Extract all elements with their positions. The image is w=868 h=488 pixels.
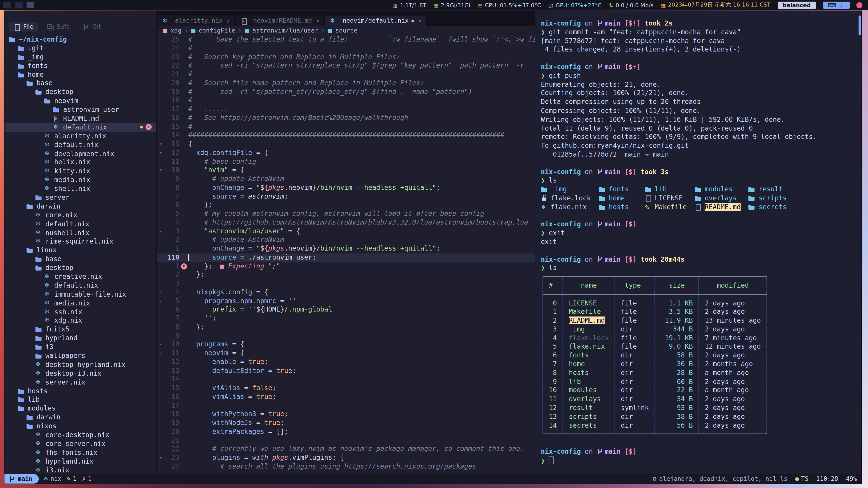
tree-item[interactable]: development.nix <box>4 149 156 158</box>
tree-item[interactable]: linux <box>4 246 156 255</box>
code-line[interactable]: 18# <box>157 96 535 105</box>
workspace-indicator[interactable] <box>15 2 23 8</box>
code-line[interactable]: 3 <box>157 280 535 288</box>
tree-item[interactable]: server.nix <box>4 378 156 387</box>
code-line[interactable]: 23# Search key pattern and Replace in Mu… <box>157 53 535 62</box>
tree-item[interactable]: hosts <box>4 387 156 395</box>
git-branch-segment[interactable]: main <box>4 474 39 484</box>
tree-item[interactable]: desktop-i3.nix <box>4 369 156 378</box>
code-line[interactable]: ▾11 neovim = { <box>157 349 535 358</box>
tree-item[interactable]: default.nix <box>4 140 156 149</box>
code-line[interactable]: 14######################################… <box>157 131 535 140</box>
neotree-tab-git[interactable]: Git <box>78 22 106 32</box>
tree-item[interactable]: fonts <box>4 61 156 70</box>
workspace-indicator[interactable] <box>27 2 34 8</box>
code-line[interactable]: 15 viAlias = false; <box>157 384 535 393</box>
code-line[interactable]: 20 extraPackages = []; <box>157 427 535 436</box>
fold-icon[interactable]: ▾ <box>157 454 164 462</box>
tree-item[interactable]: hyprland <box>4 334 156 343</box>
code-line[interactable]: 8 }; <box>157 323 535 332</box>
status-block-clock[interactable]: 2023年07月29日 星期六 16:16:11 CST <box>661 1 771 9</box>
code-line[interactable]: 21# <box>157 70 535 79</box>
tree-root[interactable]: ~/nix-config <box>4 35 156 43</box>
tree-item[interactable]: default.nix●✗ <box>4 123 156 131</box>
status-block-tray[interactable]: ⌨ ♪ <box>823 1 850 8</box>
tree-item[interactable]: nushell.nix <box>4 228 156 237</box>
code-line[interactable]: 5 # my cusotm astronvim config, astronvi… <box>157 210 535 219</box>
tree-item[interactable]: media.nix <box>4 299 156 307</box>
code-line[interactable]: 2 # update AstroNvim <box>157 236 535 245</box>
code-line[interactable]: 24 # search all the plugins using https:… <box>157 462 535 471</box>
code-line[interactable]: ▾23 plugins = with pkgs.vimPlugins; [ <box>157 454 535 462</box>
tree-item[interactable]: hyprland.nix <box>4 457 156 466</box>
code-line[interactable]: 24# <box>157 44 535 53</box>
code-line[interactable]: ▾5 programs.npm.npmrc = '' <box>157 297 535 306</box>
tree-item[interactable]: .git <box>4 43 156 53</box>
diagnostic-warning[interactable]: ✎ 1 <box>67 475 76 483</box>
status-block-network[interactable]: 0.0 / 0.0 Mb/s <box>609 2 653 8</box>
fold-icon[interactable]: ▾ <box>157 227 164 236</box>
code-line[interactable]: 8 onChange = "${pkgs.neovim}/bin/nvim --… <box>157 184 535 192</box>
tree-item[interactable]: base <box>4 255 156 263</box>
close-icon[interactable]: ✗ <box>227 18 230 24</box>
editor-tab[interactable]: alacritty.nix✗ <box>157 15 236 26</box>
code-line[interactable]: 20# Search file name pattern and Replace… <box>157 79 535 88</box>
status-block-power-profile[interactable]: balanced <box>778 1 816 8</box>
code-line[interactable]: 11 # base config <box>157 158 535 166</box>
status-block-gpu[interactable]: GPU: 07%+27°C <box>548 2 601 8</box>
fold-icon[interactable]: ▾ <box>157 140 164 149</box>
tree-item[interactable]: core.nix <box>4 211 156 220</box>
neotree-tab-file[interactable]: File <box>9 22 38 32</box>
fold-icon[interactable]: ▾ <box>157 166 164 175</box>
tree-item[interactable]: media.nix <box>4 175 156 184</box>
code-line[interactable]: 1 onChange = "${pkgs.neovim}/bin/nvim --… <box>157 245 535 253</box>
tree-item[interactable]: core-server.nix <box>4 439 156 448</box>
status-block-cpu[interactable]: CPU: 01.5%+37.0°C <box>477 2 541 8</box>
tree-item[interactable]: default.nix <box>4 281 156 290</box>
close-icon[interactable]: ✗ <box>316 18 319 24</box>
tree-item[interactable]: default.nix <box>4 220 156 228</box>
tree-item[interactable]: immutable-file.nix <box>4 290 156 299</box>
code-area[interactable]: 25# Save the selected text to a file: `:… <box>157 35 535 474</box>
fold-icon[interactable]: ▾ <box>157 288 164 297</box>
tree-item[interactable]: rime-squirrel.nix <box>4 237 156 246</box>
tree-item[interactable]: modules <box>4 404 156 413</box>
code-line[interactable]: 17# ...... <box>157 105 535 114</box>
tree-item[interactable]: shell.nix <box>4 184 156 193</box>
fold-icon[interactable]: ▾ <box>157 149 164 158</box>
code-line[interactable]: ▾4 nixpkgs.config = { <box>157 288 535 297</box>
close-icon[interactable]: ✗ <box>418 18 421 24</box>
tree-item[interactable]: home <box>4 70 156 79</box>
code-line[interactable]: 9 <box>157 332 535 340</box>
tree-item[interactable]: desktop <box>4 88 156 96</box>
fold-icon[interactable]: ▾ <box>157 349 164 358</box>
tree-item[interactable]: README.md <box>4 114 156 123</box>
code-line[interactable]: 110 source = ./astronvim_user; <box>157 253 535 262</box>
workspace-indicator[interactable] <box>3 2 11 8</box>
tree-item[interactable]: wallpapers <box>4 351 156 360</box>
tree-item[interactable]: _img <box>4 53 156 61</box>
status-block-disk[interactable]: 1.1T/1.8T <box>393 2 426 8</box>
code-line[interactable]: 6 prefix = ''${HOME}/.npm-global <box>157 305 535 314</box>
code-line[interactable]: 16 vimAlias = true; <box>157 393 535 401</box>
tree-item[interactable]: ssh.nix <box>4 307 156 316</box>
tree-item[interactable]: core-desktop.nix <box>4 430 156 439</box>
tree-item[interactable]: astronvim_user <box>4 105 156 114</box>
tree-item[interactable]: alacritty.nix <box>4 131 156 140</box>
code-line[interactable]: ▾12 xdg.configFile = { <box>157 149 535 158</box>
tree-item[interactable]: fcitx5 <box>4 325 156 334</box>
code-line[interactable]: ▾13{ <box>157 140 535 149</box>
tree-item[interactable]: helix.nix <box>4 158 156 167</box>
code-line[interactable]: 22# sed -ri "s/pattern_str/replace_str/g… <box>157 61 535 70</box>
code-line[interactable]: 1✗ }; ■ Expecting ";" <box>157 262 535 271</box>
tree-item[interactable]: xdg.nix <box>4 316 156 325</box>
code-line[interactable]: 19# sed -ri "s/pattern_str/replace_str/g… <box>157 88 535 96</box>
code-line[interactable]: 19 withNodeJs = true; <box>157 419 535 428</box>
tree-item[interactable]: darwin <box>4 202 156 211</box>
code-line[interactable]: ▾10 "nvim" = { <box>157 166 535 175</box>
code-line[interactable]: 17 <box>157 401 535 410</box>
code-line[interactable]: 14 <box>157 375 535 384</box>
code-line[interactable]: 21 <box>157 436 535 445</box>
tree-item[interactable]: desktop <box>4 263 156 272</box>
tree-item[interactable]: lib <box>4 395 156 404</box>
